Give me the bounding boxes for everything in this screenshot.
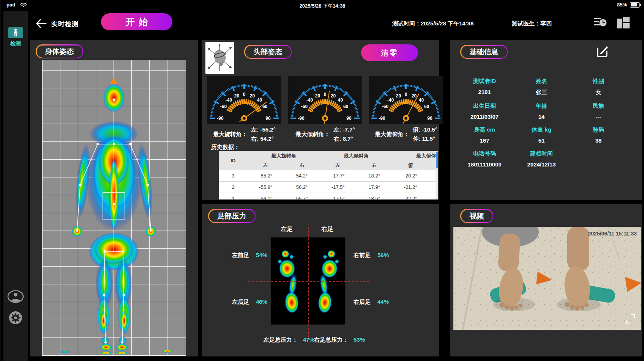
svg-text:-40: -40 <box>226 97 232 103</box>
body-posture-panel: 身体姿态 <box>30 40 198 356</box>
battery-icon <box>630 2 640 8</box>
table-scrollbar[interactable] <box>436 151 438 199</box>
basic-info-panel: 基础信息 测试者ID2101姓名张三性别女出生日期2011/03/07年龄14民… <box>450 40 642 200</box>
svg-text:-90: -90 <box>298 116 305 121</box>
video-title: 视频 <box>460 209 493 223</box>
svg-text:90: 90 <box>427 116 432 121</box>
info-field-label: 鞋码 <box>570 126 627 133</box>
head-angle-gauge: -90-60-40-20020406090 <box>207 76 281 124</box>
history-table-row: 1-56.1°55.7°-17.5°18.5°-22.2°11.5° <box>219 193 438 200</box>
edit-pencil-icon <box>596 45 609 58</box>
svg-text:0: 0 <box>243 92 246 97</box>
svg-text:40: 40 <box>338 97 343 103</box>
head-posture-panel: 头部姿态 清零 -90-60-40-20020406090-90-60-40-2… <box>202 40 439 200</box>
gauge-summary-label: 最大俯仰角： <box>375 131 409 138</box>
right-foot-total-pressure: 右足总压力：53% <box>314 336 365 344</box>
svg-text:-20: -20 <box>233 93 240 99</box>
svg-text:-40: -40 <box>387 97 394 103</box>
test-doctor-value: 李四 <box>540 20 552 27</box>
body-posture-title: 身体姿态 <box>36 44 83 58</box>
info-field: 电话号码18011110000 <box>456 150 513 168</box>
info-field-value: 18011110000 <box>456 161 513 168</box>
left-forefoot-metric: 左前足54% <box>232 252 267 259</box>
svg-text:0: 0 <box>405 92 407 97</box>
svg-text:-20: -20 <box>395 93 401 99</box>
video-still-image <box>453 227 641 330</box>
head-angle-gauge: -90-60-40-20020406090 <box>288 76 362 124</box>
dashboard-layout-icon <box>617 17 630 29</box>
svg-text:20: 20 <box>412 93 417 99</box>
user-profile-button[interactable] <box>3 290 28 304</box>
gauge-summary-row: 最大旋转角：左: -55.2°右: 54.2°最大倾斜角：左: -7.7°右: … <box>207 126 450 143</box>
history-table-container: ID最大旋转角最大倾斜角最大俯仰角左右左右俯仰3-55.2°54.2°-17.7… <box>219 151 438 199</box>
info-field-label: 电话号码 <box>456 150 513 157</box>
info-field-value: 2101 <box>456 89 513 95</box>
history-table-row: 2-55.8°56.2°-17.5°17.9°-21.2°12.1° <box>219 182 438 193</box>
battery-percent: 85% <box>617 2 627 8</box>
back-arrow-icon <box>35 17 48 30</box>
video-timestamp: 2025/06/11 15:11:33 <box>588 231 637 237</box>
svg-text:-60: -60 <box>382 104 389 109</box>
edit-info-button[interactable] <box>596 45 609 58</box>
crosshair-vertical-line <box>308 227 309 337</box>
status-bar: pad 2025/5/28 下午14:38 85% <box>0 0 644 11</box>
info-fields: 测试者ID2101姓名张三性别女出生日期2011/03/07年龄14民族---身… <box>456 78 627 174</box>
start-button[interactable]: 开始 <box>101 13 172 30</box>
info-field: 性别女 <box>570 78 627 96</box>
test-time-value: 2025/5/28 下午14:38 <box>421 20 474 27</box>
svg-text:90: 90 <box>265 116 271 121</box>
sidebar-item-detect[interactable] <box>8 27 23 38</box>
page-title: 实时检测 <box>51 20 79 28</box>
gauge-summary: 最大俯仰角：俯: -10.5°仰: 11.5° <box>369 126 443 143</box>
body-heatmap-image <box>42 60 186 356</box>
info-field-value: 38 <box>570 137 627 144</box>
right-forefoot-metric: 右前足56% <box>354 252 389 259</box>
svg-text:-20: -20 <box>314 93 320 99</box>
info-field: 测试者ID2101 <box>456 78 513 96</box>
test-time: 测试时间：2025/5/28 下午14:38 <box>392 20 474 27</box>
fullscreen-expand-icon[interactable] <box>625 313 638 326</box>
svg-text:60: 60 <box>343 104 349 109</box>
info-field: 年龄14 <box>513 102 570 120</box>
status-datetime: 2025/5/28 下午14:38 <box>0 3 644 9</box>
info-field: 体重 kg51 <box>513 126 570 144</box>
svg-text:-60: -60 <box>220 104 227 109</box>
gauge-summary-values: 俯: -10.5°仰: 11.5° <box>413 126 437 143</box>
left-foot-label: 左足 <box>281 225 293 233</box>
history-table: ID最大旋转角最大倾斜角最大俯仰角左右左右俯仰3-55.2°54.2°-17.7… <box>219 151 438 199</box>
info-field: 姓名张三 <box>513 78 570 96</box>
left-foot-total-pressure: 左足总压力：47% <box>264 336 314 344</box>
info-field: 身高 cm167 <box>456 126 513 144</box>
sidebar: 检测 <box>3 11 28 361</box>
info-field-value: 14 <box>513 113 570 120</box>
info-field-label: 民族 <box>570 102 627 110</box>
info-field-value: 张三 <box>513 89 570 96</box>
gauge-summary-value: 左: -55.2° <box>251 126 275 133</box>
info-field-label: 测试者ID <box>456 78 513 85</box>
test-doctor-label: 测试医生： <box>512 20 540 27</box>
info-field: 民族--- <box>570 102 627 120</box>
svg-text:40: 40 <box>419 97 424 103</box>
clear-button[interactable]: 清零 <box>361 44 418 61</box>
right-rearfoot-metric: 右后足44% <box>354 298 389 306</box>
gauge-summary-values: 左: -55.2°右: 54.2° <box>251 126 275 143</box>
svg-text:20: 20 <box>250 93 255 99</box>
gauge-summary-value: 右: 54.2° <box>251 135 275 143</box>
head-angle-gauge: -90-60-40-20020406090 <box>369 76 443 124</box>
layout-switch-button[interactable] <box>617 17 631 29</box>
info-field: 出生日期2011/03/07 <box>456 102 513 120</box>
svg-text:0: 0 <box>324 92 327 97</box>
gauge-summary-values: 左: -7.7°右: 8.7° <box>333 126 355 143</box>
settings-button[interactable] <box>3 310 28 327</box>
info-field-value: 167 <box>456 137 513 144</box>
info-field-label: 姓名 <box>513 78 570 85</box>
video-frame: 2025/06/11 15:11:33 <box>453 227 641 330</box>
back-button[interactable] <box>35 17 48 30</box>
person-icon <box>13 28 19 37</box>
info-field: 建档时间2024/12/13 <box>513 150 570 168</box>
history-records-button[interactable] <box>593 17 607 29</box>
info-field-label: 年龄 <box>513 102 570 110</box>
table-scrollbar-thumb[interactable] <box>436 152 438 168</box>
app-root: pad 2025/5/28 下午14:38 85% 实时检测 开始 测试时间：2… <box>0 0 644 361</box>
gauge-summary-label: 最大倾斜角： <box>295 131 330 138</box>
